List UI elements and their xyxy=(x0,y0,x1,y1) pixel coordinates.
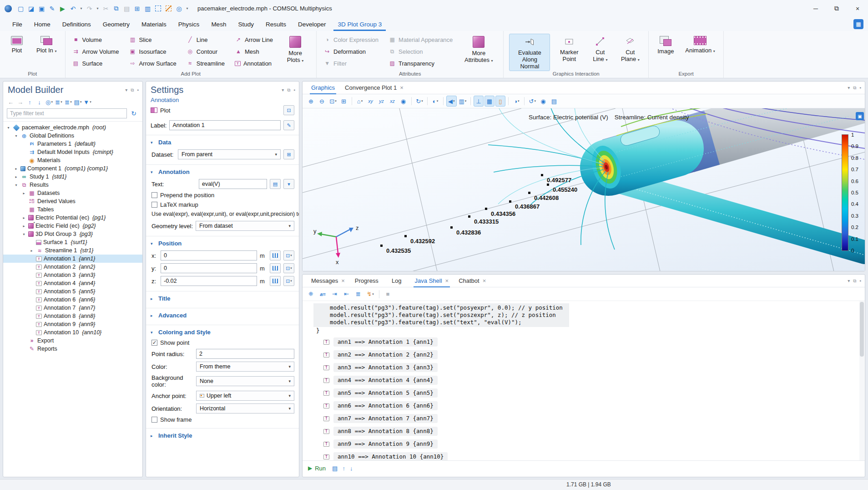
show-frame-checkbox[interactable] xyxy=(151,417,157,423)
run-button[interactable]: ▶ Run xyxy=(308,465,326,472)
tree-node[interactable]: Annotation 8 {ann8} xyxy=(3,312,142,320)
latex-markup-checkbox[interactable] xyxy=(151,202,157,208)
tree-node[interactable]: ▸ Electric Field (ec) {pg2} xyxy=(3,222,142,230)
parameter-button[interactable]: ⊡▾ xyxy=(283,276,294,286)
parameter-button[interactable]: ⊡▾ xyxy=(283,263,294,273)
tree-node[interactable]: Annotation 2 {ann2} xyxy=(3,263,142,271)
tree-node[interactable]: ▸ Component 1 (comp1) {comp1} xyxy=(3,164,142,173)
add-plot-button[interactable]: Streamline xyxy=(185,57,226,69)
back-icon[interactable]: ← xyxy=(7,97,15,107)
zoom-out-icon[interactable]: ⊖ xyxy=(317,96,327,107)
expander-icon[interactable]: ▸ xyxy=(21,216,26,220)
graphics-tool-button[interactable] xyxy=(443,97,444,105)
indent-icon[interactable]: ⇥ xyxy=(330,289,340,300)
scrollbar[interactable] xyxy=(859,301,864,460)
add-plot-button[interactable]: Surface xyxy=(71,57,121,69)
plot-canvas[interactable]: Surface: Electric potential (V) Streamli… xyxy=(303,108,865,271)
plot-button[interactable]: Plot xyxy=(5,34,28,55)
find-icon[interactable]: ◎ xyxy=(174,3,184,14)
close-button[interactable]: × xyxy=(847,0,868,17)
attribute-button[interactable]: Transparency xyxy=(387,57,454,69)
menu-tab[interactable]: Home xyxy=(28,19,56,31)
menu-tab[interactable]: Physics xyxy=(172,19,206,31)
panel-menu-icon[interactable]: ▾ xyxy=(848,278,850,283)
tree-node[interactable]: ▸ Streamline 1 {str1} xyxy=(3,246,142,255)
stop-icon[interactable]: ■ xyxy=(383,289,393,300)
show-axes-icon[interactable]: ⊥ xyxy=(474,96,484,107)
close-tab-icon[interactable]: × xyxy=(400,84,404,91)
section-header-position[interactable]: ▾Position xyxy=(146,238,299,249)
z-input[interactable] xyxy=(161,276,257,286)
close-tab-icon[interactable]: × xyxy=(483,277,486,284)
expander-icon[interactable]: ▸ xyxy=(21,191,26,195)
show-color-legend-icon[interactable]: ▯ xyxy=(495,96,505,107)
tree-node[interactable]: Annotation 7 {ann7} xyxy=(3,304,142,312)
attribute-button[interactable]: Filter xyxy=(322,57,380,69)
background-color-select[interactable]: None xyxy=(196,376,294,386)
clear-selection-icon[interactable] xyxy=(163,3,174,14)
move-down-icon[interactable]: ↓ xyxy=(35,97,44,107)
zoom-extents-icon[interactable]: ⊞ xyxy=(339,96,349,107)
tree-node[interactable]: Derived Values xyxy=(3,197,142,205)
add-plot-button[interactable]: Isosurface xyxy=(127,46,177,57)
next-command-icon[interactable]: ↓ xyxy=(350,465,353,472)
show-point-checkbox[interactable] xyxy=(151,340,157,346)
select-box-icon[interactable] xyxy=(153,3,163,14)
dataset-select[interactable]: From parent xyxy=(178,149,281,159)
menu-tab[interactable]: Developer xyxy=(292,19,332,31)
point-radius-input[interactable] xyxy=(196,349,294,359)
customize-toolbar-icon[interactable]: ▾ xyxy=(184,3,190,14)
outdent-icon[interactable]: ⇤ xyxy=(342,289,352,300)
run-commands-icon[interactable]: ↯▾ xyxy=(365,289,375,300)
range-button[interactable] xyxy=(270,276,281,286)
section-header-data[interactable]: ▾Data xyxy=(146,137,299,148)
filter-icon[interactable]: ▼▾ xyxy=(83,97,91,107)
float-panel-icon[interactable]: ⧉ xyxy=(131,87,134,93)
expander-icon[interactable]: ▾ xyxy=(14,134,19,138)
tree-node[interactable]: ▸ Datasets xyxy=(3,189,142,197)
tree-node[interactable]: Materials xyxy=(3,156,142,164)
section-header-annotation[interactable]: ▾Annotation xyxy=(146,166,299,178)
float-panel-icon[interactable]: ⧉ xyxy=(287,87,290,93)
graphics-tool-button[interactable] xyxy=(508,97,509,105)
add-plot-button[interactable]: Mesh xyxy=(233,46,274,57)
bottom-tab[interactable]: Progress xyxy=(350,275,387,287)
expand-all-icon[interactable]: ≣▾ xyxy=(55,97,63,107)
add-plot-button[interactable]: Annotation xyxy=(233,57,274,69)
bottom-tab[interactable]: Java Shell× xyxy=(410,275,454,287)
layout-button[interactable]: ▦ xyxy=(853,19,863,29)
run-icon[interactable]: ▶ xyxy=(57,3,68,14)
redo-icon[interactable]: ↷ xyxy=(84,3,95,14)
graphics-tool-button[interactable] xyxy=(411,97,412,105)
cut-icon[interactable]: ✂ xyxy=(101,3,111,14)
color-select[interactable]: From theme xyxy=(196,362,294,372)
parameter-button[interactable]: ⊡▾ xyxy=(283,250,294,260)
add-plot-button[interactable]: Arrow Line xyxy=(233,34,274,46)
show-icon[interactable]: ◎▾ xyxy=(45,97,53,107)
graphics-tool-button[interactable] xyxy=(352,97,352,105)
plot-target-button[interactable]: ⊡ xyxy=(283,105,294,115)
open-icon[interactable]: ◪ xyxy=(26,3,36,14)
print-icon[interactable]: ▤ xyxy=(549,96,559,107)
view-xz-icon[interactable]: xz xyxy=(388,96,398,107)
scene-light-icon[interactable]: ◀▾ xyxy=(446,96,457,107)
transparency-icon[interactable]: ▥▾ xyxy=(458,96,468,107)
show-variables-icon[interactable]: a= xyxy=(318,289,328,300)
show-grid-icon[interactable]: ▦ xyxy=(484,96,495,107)
pin-panel-icon[interactable]: ▪ xyxy=(137,87,139,92)
tree-node[interactable]: Annotation 6 {ann6} xyxy=(3,296,142,304)
graphics-tool-button[interactable] xyxy=(470,97,471,105)
cut-line-button[interactable]: Cut Line ▾ xyxy=(588,34,612,64)
minimize-button[interactable]: ─ xyxy=(805,0,826,17)
more-plots-button[interactable]: More Plots ▾ xyxy=(280,34,311,65)
pin-panel-icon[interactable]: ▪ xyxy=(859,85,861,90)
image-button[interactable]: Image xyxy=(654,34,677,56)
default-view-icon[interactable]: ⌂▾ xyxy=(355,96,365,107)
close-tab-icon[interactable]: × xyxy=(341,277,345,284)
tree-node[interactable]: ▸ Study 1 {std1} xyxy=(3,173,142,181)
menu-tab[interactable]: Geometry xyxy=(97,19,136,31)
zoom-in-icon[interactable]: ⊕ xyxy=(306,96,316,107)
menu-tab[interactable]: Results xyxy=(260,19,292,31)
x-input[interactable] xyxy=(161,250,257,260)
annotation-text-input[interactable] xyxy=(199,179,267,189)
